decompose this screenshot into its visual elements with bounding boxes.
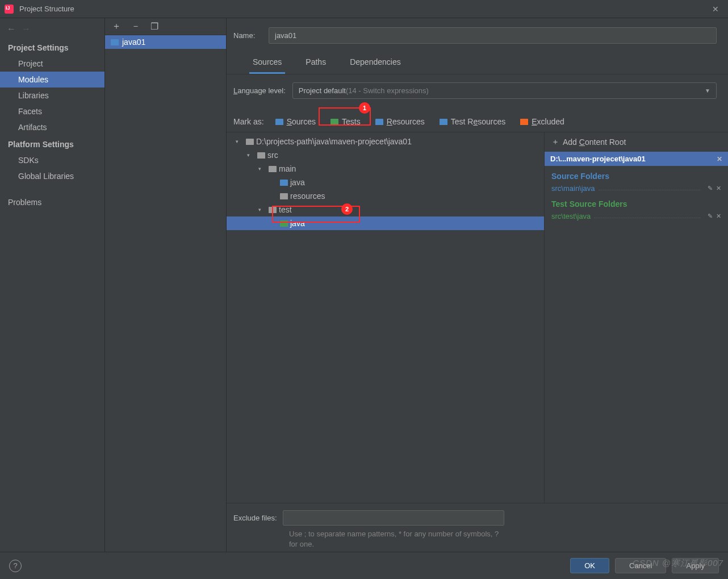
nav-back-icon[interactable]: ←	[7, 24, 16, 34]
content-root-panel: ＋ Add Content Root D:\...maven-projecet\…	[544, 132, 728, 503]
tree-node[interactable]: ▾ test	[227, 203, 544, 216]
tree-node-label: java	[290, 219, 305, 228]
folder-icon	[257, 152, 265, 159]
test-source-folder-item[interactable]: src\test\java ✎ ✕	[545, 211, 728, 222]
mark-sources-button[interactable]: Sources	[272, 116, 319, 127]
section-project-settings: Project Settings	[0, 39, 104, 56]
folder-icon	[520, 119, 528, 125]
tree-node[interactable]: ▾ main	[227, 162, 544, 176]
tree-node[interactable]: ▾ src	[227, 148, 544, 162]
name-label: Name:	[233, 31, 262, 40]
exclude-files-label: Exclude files:	[233, 514, 277, 522]
module-name-input[interactable]	[269, 27, 717, 44]
tab-paths[interactable]: Paths	[302, 53, 329, 74]
settings-sidebar: ← → Project Settings Project Modules Lib…	[0, 18, 105, 552]
source-folders-title: Source Folders	[545, 166, 728, 183]
folder-icon	[375, 119, 383, 125]
source-folder-item[interactable]: src\main\java ✎ ✕	[545, 183, 728, 194]
mark-test-resources-button[interactable]: Test Resources	[436, 116, 509, 127]
copy-module-icon[interactable]: ❐	[150, 21, 158, 32]
mark-as-label: Mark as:	[233, 117, 264, 126]
test-source-folders-title: Test Source Folders	[545, 194, 728, 211]
app-logo-icon	[5, 5, 14, 14]
sidebar-item-facets[interactable]: Facets	[0, 103, 104, 119]
sidebar-item-project[interactable]: Project	[0, 56, 104, 72]
tree-node-label: src	[267, 151, 278, 160]
folder-icon	[246, 139, 254, 145]
add-content-root-button[interactable]: ＋ Add Content Root	[545, 132, 728, 152]
folder-icon	[280, 180, 288, 186]
folder-icon	[440, 119, 447, 125]
folder-icon	[280, 220, 288, 227]
module-folder-icon	[111, 39, 119, 45]
tree-caret-icon[interactable]: ▾	[258, 207, 266, 213]
language-level-label: Language level:	[233, 86, 286, 95]
sidebar-item-global-libraries[interactable]: Global Libraries	[0, 168, 104, 184]
section-platform-settings: Platform Settings	[0, 135, 104, 152]
remove-module-icon[interactable]: －	[131, 20, 140, 32]
folder-icon	[269, 166, 277, 172]
tree-caret-icon[interactable]: ▾	[258, 166, 266, 172]
language-level-select[interactable]: Project default (14 - Switch expressions…	[292, 82, 717, 99]
module-name: java01	[122, 38, 145, 47]
tree-caret-icon[interactable]: ▾	[247, 152, 255, 158]
folder-icon	[269, 207, 277, 213]
sidebar-item-sdks[interactable]: SDKs	[0, 152, 104, 168]
chevron-down-icon: ▼	[705, 88, 710, 94]
title-bar: Project Structure ✕	[0, 0, 728, 18]
tree-caret-icon[interactable]: ▾	[236, 139, 244, 144]
tree-node[interactable]: java	[227, 176, 544, 189]
edit-icon[interactable]: ✎	[708, 213, 713, 220]
close-icon[interactable]: ✕	[708, 2, 723, 16]
tab-sources[interactable]: Sources	[249, 53, 285, 74]
module-entry[interactable]: java01	[105, 35, 226, 49]
source-tree: ▾ D:\projects-path\java\maven-projecet\j…	[227, 132, 544, 503]
tree-node-label: java	[290, 178, 305, 187]
module-list-panel: ＋ － ❐ java01	[105, 18, 227, 552]
window-title: Project Structure	[19, 5, 708, 13]
dialog-footer: ? OK Cancel Apply	[0, 552, 728, 579]
sidebar-item-modules[interactable]: Modules	[0, 72, 104, 88]
tree-node-label: main	[279, 164, 296, 173]
exclude-files-hint: Use ; to separate name patterns, * for a…	[233, 526, 506, 549]
tree-node-label: D:\projects-path\java\maven-projecet\jav…	[256, 137, 412, 146]
sidebar-item-problems[interactable]: Problems	[0, 194, 104, 210]
language-level-value: Project default	[299, 86, 346, 95]
sidebar-item-artifacts[interactable]: Artifacts	[0, 119, 104, 135]
nav-fwd-icon[interactable]: →	[22, 24, 31, 34]
remove-icon[interactable]: ✕	[716, 185, 721, 192]
mark-excluded-button[interactable]: Excluded	[517, 116, 568, 127]
mark-tests-button[interactable]: Tests	[327, 116, 364, 127]
remove-content-root-icon[interactable]: ✕	[717, 155, 722, 163]
ok-button[interactable]: OK	[570, 558, 609, 573]
mark-resources-button[interactable]: Resources	[372, 116, 428, 127]
edit-icon[interactable]: ✎	[708, 185, 713, 192]
tree-node-label: test	[279, 205, 292, 214]
tree-node[interactable]: resources	[227, 189, 544, 203]
folder-icon	[275, 119, 283, 125]
tree-node[interactable]: java	[227, 216, 544, 230]
content-root-path[interactable]: D:\...maven-projecet\java01 ✕	[545, 152, 728, 166]
tab-dependencies[interactable]: Dependencies	[346, 53, 404, 74]
folder-icon	[280, 193, 288, 199]
add-module-icon[interactable]: ＋	[112, 20, 121, 32]
help-icon[interactable]: ?	[9, 560, 22, 572]
module-detail-panel: Name: Sources Paths Dependencies Languag…	[227, 18, 728, 552]
exclude-files-input[interactable]	[283, 510, 504, 526]
sidebar-item-libraries[interactable]: Libraries	[0, 88, 104, 103]
tree-node-label: resources	[290, 191, 325, 201]
folder-icon	[330, 119, 338, 125]
language-level-hint: (14 - Switch expressions)	[346, 86, 429, 95]
watermark: CSDN @寒江孤影007	[633, 558, 723, 569]
tree-node[interactable]: ▾ D:\projects-path\java\maven-projecet\j…	[227, 135, 544, 148]
remove-icon[interactable]: ✕	[716, 213, 721, 220]
